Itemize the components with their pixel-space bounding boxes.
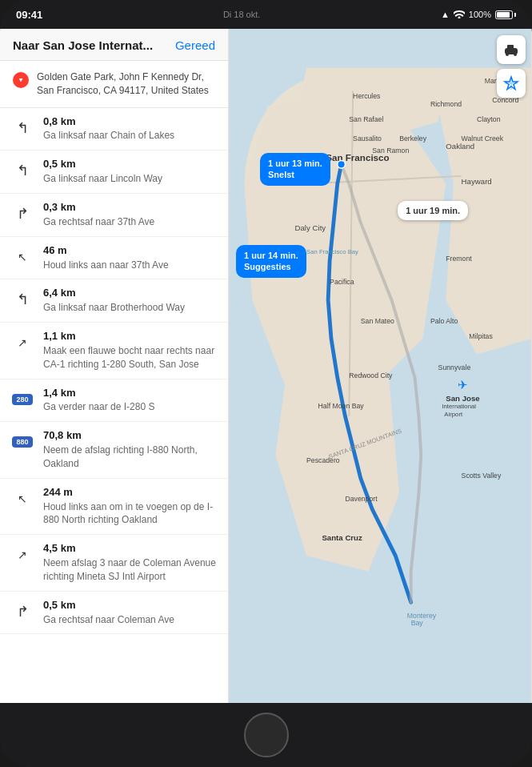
step-item: ↰ 0,8 km Ga linksaf naar Chain of Lakes (0, 108, 228, 151)
step-distance: 0,5 km (43, 599, 218, 612)
step-item: ↱ 0,3 km Ga rechtsaf naar 37th Ave (0, 194, 228, 237)
done-button[interactable]: Gereed (175, 38, 215, 52)
directions-panel: Naar San Jose Internat... Gereed Golden … (0, 29, 228, 703)
svg-text:Sausalito: Sausalito (353, 135, 382, 143)
svg-text:San Francisco Bay: San Francisco Bay (306, 248, 358, 255)
step-text: 244 m Houd links aan om in te voegen op … (43, 486, 218, 527)
turn-left-icon: ↰ (10, 158, 35, 183)
start-address: Golden Gate Park, John F Kennedy Dr, San… (37, 70, 215, 98)
step-distance: 0,5 km (43, 158, 218, 171)
step-distance: 0,3 km (43, 201, 218, 215)
suggest-label: Suggesties (244, 262, 291, 271)
svg-text:Sunnyvale: Sunnyvale (438, 363, 471, 371)
time-bubble-alt1[interactable]: 1 uur 19 min. (398, 201, 468, 220)
bottom-bar (0, 703, 532, 767)
suggest-time: 1 uur 14 min. (244, 251, 298, 260)
step-distance: 70,8 km (43, 429, 218, 443)
start-location: Golden Gate Park, John F Kennedy Dr, San… (0, 61, 228, 108)
step-item: ↖ 244 m Houd links aan om in te voegen o… (0, 479, 228, 535)
step-item: ↱ 0,5 km Ga rechtsaf naar Coleman Ave (0, 592, 228, 635)
step-instruction: Neem afslag 3 naar de Coleman Avenue ric… (43, 556, 218, 584)
svg-text:Fremont: Fremont (446, 255, 472, 263)
svg-text:Oakland: Oakland (446, 142, 474, 151)
home-button[interactable] (244, 713, 289, 757)
exit-right-icon: ↗ (10, 542, 35, 568)
step-text: 0,5 km Ga rechtsaf naar Coleman Ave (43, 599, 218, 627)
svg-text:San Mateo: San Mateo (361, 317, 394, 325)
device-frame: 09:41 Di 18 okt. ▲ 100% Naar San Jose In… (0, 0, 532, 767)
step-text: 0,8 km Ga linksaf naar Chain of Lakes (43, 115, 218, 143)
step-text: 6,4 km Ga linksaf naar Brotherhood Way (43, 287, 218, 315)
status-time: 09:41 (16, 9, 42, 21)
svg-text:Redwood City: Redwood City (349, 371, 393, 379)
svg-text:Santa Cruz: Santa Cruz (322, 533, 362, 542)
highway-badge-880: 880 (12, 436, 32, 448)
svg-text:Palo Alto: Palo Alto (430, 317, 458, 325)
map-area[interactable]: San Francisco Daly City Oakland Hayward … (228, 29, 532, 703)
alt1-time: 1 uur 19 min. (406, 206, 460, 215)
svg-text:Monterey: Monterey (407, 612, 437, 620)
location-button[interactable] (497, 69, 526, 98)
time-bubble-suggest[interactable]: 1 uur 14 min. Suggesties (236, 245, 306, 278)
svg-text:San Rafael: San Rafael (349, 115, 383, 123)
step-item: ↗ 1,1 km Maak een flauwe bocht naar rech… (0, 323, 228, 379)
step-text: 70,8 km Neem de afslag richting I-880 No… (43, 429, 218, 470)
transport-mode-button[interactable] (497, 35, 526, 64)
svg-text:Scotts Valley: Scotts Valley (462, 472, 502, 480)
svg-text:✈: ✈ (458, 378, 468, 392)
step-item: ↗ 4,5 km Neem afslag 3 naar de Coleman A… (0, 535, 228, 591)
status-bar: 09:41 Di 18 okt. ▲ 100% (0, 0, 532, 29)
steps-list[interactable]: ↰ 0,8 km Ga linksaf naar Chain of Lakes … (0, 108, 228, 703)
step-item: ↰ 6,4 km Ga linksaf naar Brotherhood Way (0, 279, 228, 323)
svg-text:Airport: Airport (444, 411, 463, 418)
step-item: ↖ 46 m Houd links aan naar 37th Ave (0, 237, 228, 280)
map-svg: San Francisco Daly City Oakland Hayward … (228, 29, 532, 703)
step-instruction: Ga linksaf naar Chain of Lakes (43, 129, 218, 143)
step-text: 0,5 km Ga linksaf naar Lincoln Way (43, 158, 218, 186)
time-bubble-fastest[interactable]: 1 uur 13 min. Snelst (260, 153, 330, 186)
battery-indicator: 100% (469, 10, 491, 19)
step-text: 0,3 km Ga rechtsaf naar 37th Ave (43, 201, 218, 229)
map-controls (497, 35, 526, 98)
battery-icon (495, 10, 516, 19)
step-text: 1,1 km Maak een flauwe bocht naar rechts… (43, 330, 218, 371)
wifi-icon (454, 10, 465, 20)
svg-point-44 (506, 53, 509, 56)
svg-text:Clayton: Clayton (477, 115, 501, 123)
svg-text:San Ramon: San Ramon (372, 147, 409, 155)
svg-text:Richmond: Richmond (430, 100, 462, 108)
svg-text:Bay: Bay (411, 619, 424, 627)
svg-text:Daly City: Daly City (295, 223, 326, 232)
turn-left-icon: ↰ (10, 115, 35, 141)
main-content: Naar San Jose Internat... Gereed Golden … (0, 29, 532, 703)
step-text: 1,4 km Ga verder naar de I-280 S (43, 387, 218, 415)
step-item: ↰ 0,5 km Ga linksaf naar Lincoln Way (0, 151, 228, 194)
turn-right-icon: ↱ (10, 599, 35, 624)
svg-text:Berkeley: Berkeley (399, 135, 427, 143)
step-instruction: Neem de afslag richting I-880 North, Oak… (43, 444, 218, 471)
step-distance: 0,8 km (43, 115, 218, 129)
start-pin-icon (13, 72, 29, 88)
step-text: 46 m Houd links aan naar 37th Ave (43, 244, 218, 272)
svg-rect-46 (507, 45, 514, 49)
svg-point-45 (514, 53, 517, 56)
step-instruction: Ga linksaf naar Lincoln Way (43, 172, 218, 186)
highway-280-icon: 280 (10, 387, 35, 412)
step-distance: 1,1 km (43, 330, 218, 343)
status-indicators: ▲ 100% (441, 10, 516, 20)
step-distance: 4,5 km (43, 542, 218, 556)
svg-text:San Jose: San Jose (446, 394, 480, 403)
slight-right-icon: ↗ (10, 330, 35, 355)
step-distance: 244 m (43, 486, 218, 500)
step-instruction: Ga rechtsaf naar Coleman Ave (43, 613, 218, 627)
step-instruction: Houd links aan om in te voegen op de I-8… (43, 500, 218, 528)
step-text: 4,5 km Neem afslag 3 naar de Coleman Ave… (43, 542, 218, 583)
step-item: 880 70,8 km Neem de afslag richting I-88… (0, 422, 228, 478)
step-distance: 6,4 km (43, 287, 218, 300)
keep-left-icon: ↖ (10, 244, 35, 270)
svg-text:Walnut Creek: Walnut Creek (462, 135, 504, 143)
svg-text:Pacifica: Pacifica (330, 278, 354, 286)
step-distance: 1,4 km (43, 387, 218, 400)
svg-text:Half Moon Bay: Half Moon Bay (318, 402, 365, 410)
panel-header: Naar San Jose Internat... Gereed (0, 29, 228, 61)
